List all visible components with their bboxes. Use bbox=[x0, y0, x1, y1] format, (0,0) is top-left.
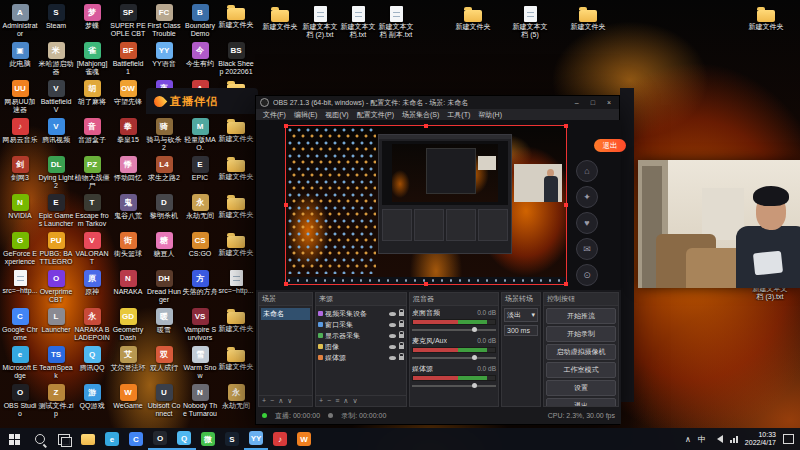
slider-knob[interactable] bbox=[472, 327, 477, 332]
desktop-icon[interactable]: 新建文件夹 bbox=[218, 346, 254, 384]
desktop-icon[interactable]: 街街头篮球 bbox=[110, 232, 146, 270]
desktop-icon[interactable]: D黎明杀机 bbox=[146, 194, 182, 232]
obs-titlebar[interactable]: OBS 27.1.3 (64-bit, windows) - 配置文件: 未命名… bbox=[256, 96, 619, 109]
settings-button[interactable]: 设置 bbox=[546, 380, 616, 396]
desktop-icon[interactable]: PUPUBG: BATTLEGROUNDS bbox=[38, 232, 74, 270]
desktop-icon[interactable]: OOBS Studio bbox=[2, 384, 38, 422]
desktop-icon[interactable]: src=~http... bbox=[2, 270, 38, 308]
companion-exit-button[interactable]: 退出 bbox=[594, 139, 626, 152]
minimize-button[interactable]: – bbox=[571, 99, 583, 106]
move-scene-down-button[interactable]: ∨ bbox=[287, 397, 292, 405]
desktop-icon[interactable]: EEPIC bbox=[182, 156, 218, 194]
scene-item[interactable]: 未命名 bbox=[261, 308, 310, 320]
taskbar-app-edge[interactable]: e bbox=[100, 428, 124, 450]
task-view-button[interactable] bbox=[52, 428, 76, 450]
desktop-icon[interactable]: 艾艾尔登法环 bbox=[110, 346, 146, 384]
desktop-icon[interactable]: BSBlack Sheep 20220615 Demo bbox=[218, 42, 254, 80]
desktop-icon[interactable]: 新建文本文档.txt bbox=[340, 6, 376, 44]
desktop-icon[interactable]: eMicrosoft Edge bbox=[2, 346, 38, 384]
source-row[interactable]: 图像 bbox=[318, 341, 404, 352]
desktop-icon[interactable]: V腾讯视频 bbox=[38, 118, 74, 156]
desktop-icon[interactable]: DLDying Light 2 bbox=[38, 156, 74, 194]
preview-canvas[interactable] bbox=[286, 126, 566, 284]
desktop-icon[interactable]: 新建文件夹 bbox=[218, 232, 254, 270]
desktop-icon[interactable]: 新建文本文档 (2).txt bbox=[302, 6, 338, 44]
start-recording-button[interactable]: 开始录制 bbox=[546, 326, 616, 342]
taskbar-app-netease-music[interactable]: ♪ bbox=[268, 428, 292, 450]
desktop-icon[interactable]: 原原神 bbox=[74, 270, 110, 308]
taskbar-app-obs[interactable]: O bbox=[148, 428, 172, 450]
volume-slider[interactable] bbox=[412, 382, 496, 389]
selection-handle[interactable] bbox=[564, 282, 568, 286]
visibility-icon[interactable] bbox=[389, 323, 396, 327]
start-virtual-camera-button[interactable]: 启动虚拟摄像机 bbox=[546, 344, 616, 360]
add-scene-button[interactable]: + bbox=[262, 397, 266, 405]
desktop-icon[interactable]: 胡胡了麻将 bbox=[74, 80, 110, 118]
transition-duration[interactable]: 300 ms bbox=[504, 325, 538, 336]
exit-button[interactable]: 退出 bbox=[546, 398, 616, 406]
desktop-icon[interactable]: DHDread Hunger bbox=[146, 270, 182, 308]
slider-knob[interactable] bbox=[472, 383, 477, 388]
desktop-icon[interactable]: 双双人成行 bbox=[146, 346, 182, 384]
desktop-icon[interactable]: NNVIDIA bbox=[2, 194, 38, 232]
desktop-icon[interactable]: 永NARAKA BLADEPOINT bbox=[74, 308, 110, 346]
lock-icon[interactable] bbox=[399, 323, 404, 327]
desktop-icon[interactable]: PZ植物大战僵尸 bbox=[74, 156, 110, 194]
desktop-icon[interactable]: NNARAKA bbox=[110, 270, 146, 308]
move-scene-up-button[interactable]: ∧ bbox=[278, 397, 283, 405]
selection-handle[interactable] bbox=[424, 282, 428, 286]
maximize-button[interactable]: □ bbox=[587, 99, 599, 106]
desktop-icon[interactable]: 新建文件夹 bbox=[218, 118, 254, 156]
desktop-icon[interactable]: UU网易UU加速器 bbox=[2, 80, 38, 118]
gift-icon[interactable]: ♥ bbox=[576, 212, 598, 234]
move-source-down-button[interactable]: ∨ bbox=[352, 397, 357, 405]
visibility-icon[interactable] bbox=[389, 345, 396, 349]
desktop-icon[interactable]: 鬼鬼谷八荒 bbox=[110, 194, 146, 232]
desktop-icon[interactable]: UUbisoft Connect bbox=[146, 384, 182, 422]
desktop-icon[interactable]: 糖糖豆人 bbox=[146, 232, 182, 270]
tray-expand-icon[interactable]: ∧ bbox=[685, 435, 691, 444]
desktop-icon[interactable]: WWeGame bbox=[110, 384, 146, 422]
remove-source-button[interactable]: − bbox=[327, 397, 331, 405]
desktop-icon[interactable]: 永永劫无间 bbox=[218, 384, 254, 422]
visibility-icon[interactable] bbox=[389, 312, 396, 316]
source-row[interactable]: 视频采集设备 bbox=[318, 308, 404, 319]
desktop-icon[interactable]: 雀[Mahjong]雀魂 bbox=[74, 42, 110, 80]
desktop-icon[interactable]: BFBattlefield 1 bbox=[110, 42, 146, 80]
input-method-indicator[interactable]: 中 bbox=[698, 434, 706, 445]
menu-item[interactable]: 场景集合(S) bbox=[398, 110, 443, 120]
desktop-icon[interactable]: VVALORANT bbox=[74, 232, 110, 270]
slider-knob[interactable] bbox=[472, 355, 477, 360]
desktop-icon[interactable]: 新建文件夹 bbox=[218, 308, 254, 346]
selection-handle[interactable] bbox=[284, 282, 288, 286]
desktop-icon[interactable]: TSTeamSpeak bbox=[38, 346, 74, 384]
desktop-icon[interactable]: FCFirst Class Trouble bbox=[146, 4, 182, 42]
obs-preview[interactable] bbox=[256, 120, 621, 290]
lock-icon[interactable] bbox=[399, 356, 404, 360]
add-source-button[interactable]: + bbox=[319, 397, 323, 405]
desktop-icon[interactable]: 新建文件夹 bbox=[570, 6, 606, 44]
lock-icon[interactable] bbox=[399, 312, 404, 316]
desktop-icon[interactable]: YYYY语音 bbox=[146, 42, 182, 80]
desktop-icon[interactable]: NNobody The Turnaround bbox=[182, 384, 218, 422]
menu-item[interactable]: 工具(T) bbox=[443, 110, 474, 120]
transition-select[interactable]: 淡出 ▾ bbox=[504, 308, 538, 322]
desktop-icon[interactable]: 新建文件夹 bbox=[218, 156, 254, 194]
menu-item[interactable]: 帮助(H) bbox=[474, 110, 506, 120]
taskbar-app-steam[interactable]: S bbox=[220, 428, 244, 450]
desktop-icon[interactable]: Q腾讯QQ bbox=[74, 346, 110, 384]
desktop-icon[interactable]: VSVampire Survivors bbox=[182, 308, 218, 346]
desktop-icon[interactable]: 雪Warm Snow bbox=[182, 346, 218, 384]
desktop-icon[interactable]: 新建文本文档 (5) bbox=[512, 6, 548, 44]
desktop-icon[interactable]: 新建文件夹 bbox=[218, 4, 254, 42]
desktop-icon[interactable]: 剑剑网3 bbox=[2, 156, 38, 194]
desktop-icon[interactable]: TEscape from Tarkov bbox=[74, 194, 110, 232]
visibility-icon[interactable] bbox=[389, 356, 396, 360]
desktop-icon[interactable]: GDGeometry Dash bbox=[110, 308, 146, 346]
volume-slider[interactable] bbox=[412, 326, 496, 333]
desktop-icon[interactable]: 骑骑马与砍杀2 bbox=[146, 118, 182, 156]
desktop-icon[interactable]: 游QQ游戏 bbox=[74, 384, 110, 422]
desktop-icon[interactable]: 音音游盒子 bbox=[74, 118, 110, 156]
selection-handle[interactable] bbox=[564, 203, 568, 207]
close-button[interactable]: × bbox=[603, 99, 615, 106]
